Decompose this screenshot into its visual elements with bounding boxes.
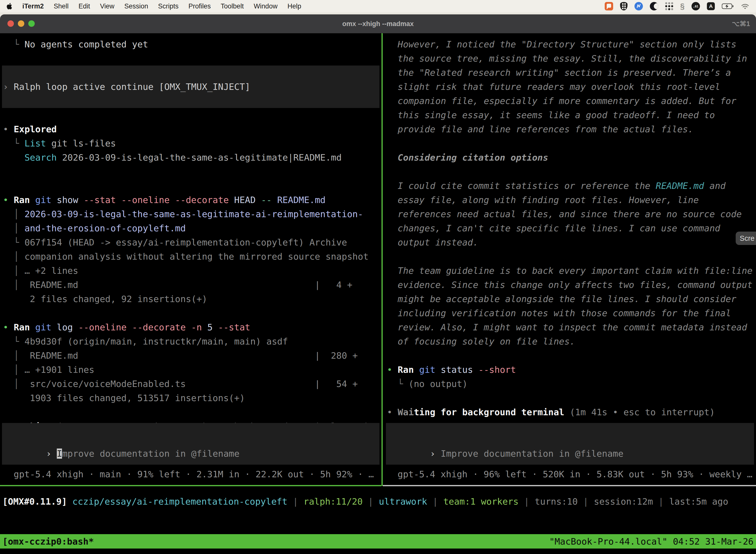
terminal-line: • Ran git show --stat --oneline --decora…	[0, 193, 381, 207]
wifi-icon[interactable]	[741, 3, 750, 10]
tmux-host-clock: "MacBook-Pro-44.local" 04:52 31-Mar-26	[549, 536, 754, 547]
terminal-line	[0, 165, 381, 179]
terminal-line: this single essay, it seems like a good …	[384, 108, 756, 122]
terminal-line	[384, 391, 756, 405]
terminal-line	[384, 348, 756, 363]
menu-item-shell[interactable]: Shell	[54, 2, 69, 10]
terminal-line: including verification notes with those …	[384, 306, 756, 320]
window-title: omx --xhigh --madmax	[342, 20, 414, 28]
pane-border-bottom-left	[0, 485, 381, 486]
menu-item-edit[interactable]: Edit	[79, 2, 90, 10]
terminal-line: provide file and line references from th…	[384, 122, 756, 136]
screen: iTerm2 ShellEditViewSessionScriptsProfil…	[0, 0, 756, 554]
menu-item-toolbelt[interactable]: Toolbelt	[221, 2, 244, 10]
terminal-line: │ companion analysis without altering th…	[0, 250, 381, 264]
menu-item-session[interactable]: Session	[124, 2, 148, 10]
terminal-line: I could cite commit statistics or refere…	[384, 179, 756, 193]
apple-menu-icon[interactable]	[6, 2, 14, 10]
prompt-box-right[interactable]: › Improve documentation in @filename	[386, 423, 754, 465]
terminal-line: │ and-the-erosion-of-copyleft.md	[0, 221, 381, 235]
terminal-line: Considering citation options	[384, 151, 756, 165]
menu-status-icons: § ..61 A	[605, 2, 750, 11]
terminal-line: output instead.	[384, 235, 756, 250]
prompt-line-left[interactable]: › Improve documentation in @filename	[3, 438, 240, 469]
menu-item-help[interactable]: Help	[288, 2, 301, 10]
zoom-button[interactable]	[28, 20, 35, 27]
section-squiggle-icon[interactable]: §	[680, 2, 685, 11]
terminal-line: └ 067f154 (HEAD -> essay/ai-reimplementa…	[0, 235, 381, 250]
terminal-line: Search 2026-03-09-is-legal-the-same-as-l…	[0, 151, 381, 165]
terminal-line	[384, 165, 756, 179]
menu-item-profiles[interactable]: Profiles	[189, 2, 211, 10]
contrast-icon[interactable]	[650, 2, 658, 10]
prompt-line-right[interactable]: › Improve documentation in @filename	[387, 438, 624, 469]
prompt-box-left[interactable]: › Improve documentation in @filename	[2, 423, 379, 465]
tmux-window-label[interactable]: [omx-cczip0:bash*	[2, 536, 94, 547]
terminal-line: 2 files changed, 92 insertions(+)	[0, 292, 381, 306]
menu-item-iterm2[interactable]: iTerm2	[22, 2, 44, 10]
terminal-line: │ 2026-03-09-is-legal-the-same-as-legiti…	[0, 207, 381, 221]
terminal-line: │ README.md | 4 +	[0, 278, 381, 292]
menu-item-scripts[interactable]: Scripts	[158, 2, 179, 10]
terminal-line: However, I noticed the "Directory Struct…	[384, 37, 756, 51]
prompt-cursor: I	[57, 448, 62, 459]
menu-item-view[interactable]: View	[100, 2, 114, 10]
omx-status-bar: [OMX#0.11.9] cczip/essay/ai-reimplementa…	[2, 496, 728, 507]
terminal-line: • Explored	[0, 122, 381, 136]
model-status-right: gpt-5.4 xhigh · 96% left · 520K in · 5.8…	[397, 469, 752, 479]
pane-border-bottom-right	[383, 485, 756, 486]
terminal-line	[2, 94, 379, 108]
terminal-line	[0, 108, 381, 122]
prompt-placeholder: Improve documentation in @filename	[441, 448, 624, 459]
terminal-line: • Ran git status --short	[384, 363, 756, 377]
terminal-line: references need actual files, and since …	[384, 207, 756, 221]
terminal-line: 1903 files changed, 513517 insertions(+)	[0, 391, 381, 405]
blue-bolt-icon[interactable]	[634, 2, 643, 10]
shield-grid-icon[interactable]	[620, 2, 628, 10]
terminal-line	[0, 51, 381, 65]
tmux-status-bar: [omx-cczip0:bash* "MacBook-Pro-44.local"…	[0, 534, 756, 549]
prompt-arrow-icon: ›	[46, 448, 57, 459]
chat-app-icon[interactable]	[605, 2, 613, 10]
a-app-icon[interactable]: A	[707, 2, 715, 10]
terminal-line: └ 4b9d30f (origin/main, instructkr/main,…	[0, 334, 381, 348]
prompt-placeholder: mprove documentation in @filename	[62, 448, 239, 459]
terminal-line	[0, 306, 381, 320]
terminal-line: └ (no output)	[384, 377, 756, 391]
badge-61-icon[interactable]: ..61	[692, 2, 700, 10]
terminal-line	[0, 405, 381, 419]
terminal-line: the "Related research writing" section i…	[384, 65, 756, 80]
terminal-line	[0, 179, 381, 193]
traffic-lights	[7, 20, 35, 27]
terminal-line: The team guideline is to back every impo…	[384, 264, 756, 278]
pane-divider-vertical[interactable]	[381, 33, 383, 486]
terminal-line	[384, 136, 756, 151]
terminal-line: slight risk that future readers may over…	[384, 80, 756, 94]
terminal-line: • Waiting for background terminal (1m 41…	[384, 405, 756, 419]
close-button[interactable]	[7, 20, 14, 27]
terminal-line: └ No agents completed yet	[0, 37, 381, 51]
menu-bar: iTerm2 ShellEditViewSessionScriptsProfil…	[0, 0, 756, 12]
terminal-line: evidence. Since this change only affects…	[384, 278, 756, 292]
terminal-line: └ List git ls-files	[0, 136, 381, 151]
prompt-arrow-icon: ›	[430, 448, 441, 459]
model-status-left: gpt-5.4 xhigh · main · 91% left · 2.31M …	[14, 469, 374, 479]
pane-left[interactable]: └ No agents completed yet› Ralph loop ac…	[0, 33, 381, 485]
menu-item-window[interactable]: Window	[254, 2, 277, 10]
terminal-line: │ … +2 lines	[0, 264, 381, 278]
terminal-line: might be acceptable alongside the file l…	[384, 292, 756, 306]
pane-right[interactable]: However, I noticed the "Directory Struct…	[384, 33, 756, 485]
window-titlebar[interactable]: omx --xhigh --madmax ⌥⌘1	[0, 14, 756, 33]
screen-share-pill[interactable]: Scre	[736, 232, 756, 245]
terminal-line: › Ralph loop active continue [OMX_TMUX_I…	[2, 80, 379, 94]
terminal-line: • Ran git log --oneline --decorate -n 5 …	[0, 320, 381, 334]
menu-items: iTerm2 ShellEditViewSessionScriptsProfil…	[22, 2, 301, 10]
dots-grid-icon[interactable]	[665, 2, 673, 10]
terminal-line: review. Also, I might want to inspect th…	[384, 320, 756, 334]
terminal-line: the source tree, missing the essay. Stil…	[384, 51, 756, 65]
terminal-line	[2, 65, 379, 80]
battery-icon[interactable]	[722, 3, 734, 9]
terminal: └ No agents completed yet› Ralph loop ac…	[0, 33, 756, 554]
terminal-line: companion file, especially if more comme…	[384, 94, 756, 108]
minimize-button[interactable]	[18, 20, 24, 27]
